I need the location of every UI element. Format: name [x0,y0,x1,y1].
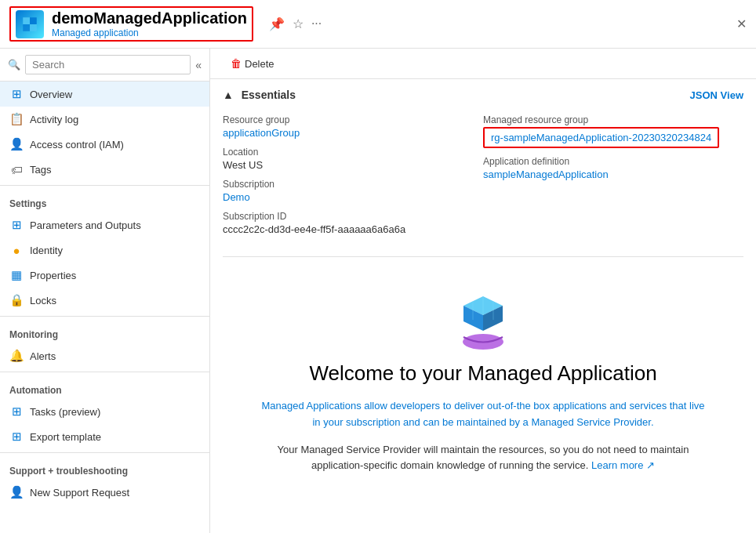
sidebar-item-access-control[interactable]: 👤 Access control (IAM) [0,132,209,157]
parameters-icon: ⊞ [9,218,24,232]
learn-more-link[interactable]: Learn more ↗ [591,459,655,471]
main-layout: 🔍 « ⊞ Overview 📋 Activity log 👤 Access c… [0,49,756,533]
sidebar-item-parameters-outputs[interactable]: ⊞ Parameters and Outputs [0,212,209,237]
subscription-link[interactable]: Demo [223,191,250,203]
resource-group-link[interactable]: applicationGroup [223,127,300,139]
resource-group-item: Resource group applicationGroup [223,111,483,143]
managed-rg-link[interactable]: rg-sampleManagedApplication-202303202348… [491,132,711,143]
settings-section-label: Settings [0,189,209,212]
svg-rect-2 [23,24,30,31]
locks-icon: 🔒 [9,293,24,307]
sidebar-item-alerts[interactable]: 🔔 Alerts [0,343,209,368]
close-button[interactable]: ✕ [736,16,747,31]
svg-rect-3 [30,24,37,31]
svg-rect-0 [23,17,30,24]
azure-cube-icon [448,281,518,351]
tasks-icon: ⊞ [9,404,24,419]
title-bar: demoManagedApplication Managed applicati… [0,0,756,49]
sidebar-item-tags[interactable]: 🏷 Tags [0,157,209,182]
more-icon[interactable]: ··· [311,16,322,31]
essentials-section: ▲ Essentials JSON View Resource group ap… [210,79,756,248]
activity-log-icon: 📋 [9,112,24,126]
toolbar: 🗑 Delete [210,49,756,79]
delete-icon: 🗑 [231,57,242,70]
sidebar-item-export-template[interactable]: ⊞ Export template [0,424,209,449]
managed-rg-item: Managed resource group rg-sampleManagedA… [483,111,743,152]
sidebar-item-overview[interactable]: ⊞ Overview [0,82,209,107]
subscription-item: Subscription Demo [223,175,483,207]
app-title-wrapper: demoManagedApplication Managed applicati… [9,6,253,42]
location-item: Location West US [223,143,483,175]
identity-icon: ● [9,243,24,257]
external-link-icon: ↗ [646,459,655,471]
welcome-description-1: Managed Applications allow developers to… [257,398,709,431]
welcome-title: Welcome to your Managed Application [309,361,656,386]
essentials-toggle-icon[interactable]: ▲ [223,89,234,101]
collapse-chevron-icon[interactable]: « [195,59,202,71]
delete-button[interactable]: 🗑 Delete [223,53,282,74]
sidebar-item-locks[interactable]: 🔒 Locks [0,288,209,313]
overview-icon: ⊞ [9,87,24,101]
sidebar-item-identity[interactable]: ● Identity [0,237,209,263]
search-bar: 🔍 « [0,49,209,82]
app-title-text: demoManagedApplication Managed applicati… [52,9,247,38]
app-definition-link[interactable]: sampleManagedApplication [483,169,609,180]
sidebar-item-properties[interactable]: ▦ Properties [0,263,209,288]
support-icon: 👤 [9,485,24,499]
welcome-icon-container [448,281,518,354]
essentials-right: Managed resource group rg-sampleManagedA… [483,111,743,239]
monitoring-section-label: Monitoring [0,320,209,343]
search-input[interactable] [25,55,191,74]
tags-icon: 🏷 [9,162,24,176]
managed-rg-box: rg-sampleManagedApplication-202303202348… [483,127,719,148]
welcome-description-2: Your Managed Service Provider will maint… [257,442,709,475]
subscription-id-item: Subscription ID cccc2c2c-dd3d-ee4e-ff5f-… [223,207,483,239]
sidebar-item-tasks[interactable]: ⊞ Tasks (preview) [0,399,209,424]
support-section-label: Support + troubleshooting [0,456,209,480]
content-area: 🗑 Delete ▲ Essentials JSON View Resource… [210,49,756,533]
sidebar: 🔍 « ⊞ Overview 📋 Activity log 👤 Access c… [0,49,210,533]
essentials-left: Resource group applicationGroup Location… [223,111,483,239]
title-actions[interactable]: 📌 ☆ ··· [269,16,322,31]
automation-section-label: Automation [0,375,209,399]
access-control-icon: 👤 [9,137,24,151]
sidebar-item-new-support-request[interactable]: 👤 New Support Request [0,480,209,505]
export-template-icon: ⊞ [9,430,24,444]
svg-rect-1 [30,17,37,24]
sidebar-item-activity-log[interactable]: 📋 Activity log [0,107,209,132]
properties-icon: ▦ [9,268,24,282]
search-icon: 🔍 [8,59,20,71]
app-definition-item: Application definition sampleManagedAppl… [483,152,743,184]
star-icon[interactable]: ☆ [293,16,303,31]
alerts-icon: 🔔 [9,349,24,363]
pin-icon[interactable]: 📌 [269,16,285,31]
essentials-header: ▲ Essentials JSON View [223,89,743,101]
welcome-section: Welcome to your Managed Application Mana… [210,265,756,490]
json-view-link[interactable]: JSON View [690,89,743,101]
essentials-grid: Resource group applicationGroup Location… [223,111,743,239]
app-icon [16,10,44,38]
